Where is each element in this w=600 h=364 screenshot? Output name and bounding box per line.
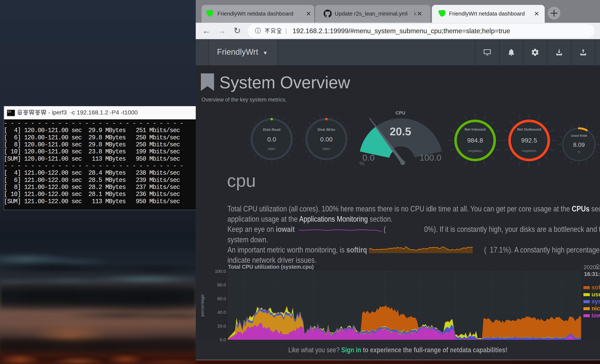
svg-text:984.8: 984.8 <box>467 137 483 144</box>
svg-text:Used RAM: Used RAM <box>571 134 587 137</box>
svg-text:8.09: 8.09 <box>573 141 585 148</box>
svg-text:megabits/s: megabits/s <box>522 149 536 152</box>
svg-text:%: % <box>578 150 580 153</box>
svg-text:0.0: 0.0 <box>267 136 276 143</box>
svg-text:Disk Write: Disk Write <box>318 128 335 132</box>
svg-text:0.00: 0.00 <box>320 136 333 143</box>
svg-text:80.0: 80.0 <box>217 282 226 287</box>
svg-text:Disk Read: Disk Read <box>263 128 281 132</box>
svg-text:100.0: 100.0 <box>215 269 226 274</box>
svg-text:Total CPU utilization (system.: Total CPU utilization (system.cpu) <box>228 264 314 270</box>
svg-text:16:31:2: 16:31:2 <box>584 271 600 277</box>
svg-text:MiB/s: MiB/s <box>268 147 276 151</box>
svg-text:MiB/s: MiB/s <box>323 147 330 151</box>
svg-text:CPU: CPU <box>395 110 405 115</box>
svg-text:soft: soft <box>591 284 600 291</box>
svg-text:40.0: 40.0 <box>217 310 226 315</box>
svg-text:Net Outbound: Net Outbound <box>517 127 541 131</box>
svg-text:megabits/s: megabits/s <box>468 149 482 152</box>
svg-text:iow: iow <box>591 312 600 319</box>
svg-text:20.5: 20.5 <box>390 125 411 138</box>
svg-text:0.0: 0.0 <box>220 337 226 342</box>
svg-text:2020: 2020 <box>584 264 596 271</box>
svg-text:nice: nice <box>591 305 600 312</box>
svg-text:100.0: 100.0 <box>420 153 441 163</box>
svg-text:percentage: percentage <box>200 294 205 317</box>
svg-text:sys: sys <box>591 298 600 305</box>
svg-text:20.0: 20.0 <box>217 324 226 328</box>
svg-text:Net Inbound: Net Inbound <box>464 127 486 131</box>
svg-text:992.5: 992.5 <box>521 137 537 144</box>
svg-text:60.0: 60.0 <box>217 296 226 301</box>
svg-text:use: use <box>591 291 600 298</box>
svg-text:%: % <box>359 160 365 167</box>
